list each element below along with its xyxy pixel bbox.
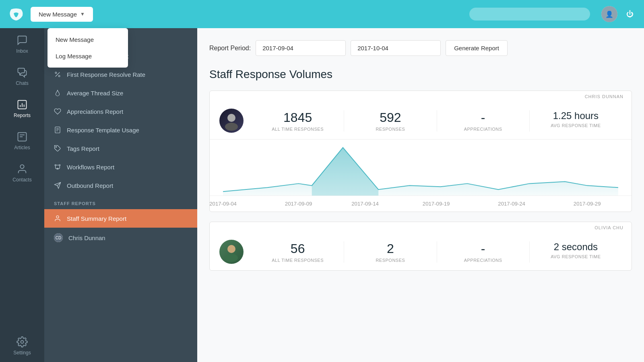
nav-chris-dunnan-label: Chris Dunnan <box>68 234 105 241</box>
chris-chart: 2017-09-04 2017-09-09 2017-09-14 2017-09… <box>210 139 632 212</box>
sidebar-item-contacts[interactable]: Contacts <box>0 157 44 189</box>
nav-appreciations-report[interactable]: Appreciations Report <box>44 102 197 121</box>
olivia-appreciations: - APPRECIATIONS <box>437 241 529 263</box>
chris-dunnan-avatar: CD <box>54 233 63 242</box>
chris-avg-response: 1.25 hours AVG RESPONSE TIME <box>529 110 622 132</box>
power-button[interactable]: ⏻ <box>624 8 636 20</box>
user-avatar[interactable]: 👤 <box>601 6 617 22</box>
sidebar-item-inbox[interactable]: Inbox <box>0 28 44 60</box>
svg-text:2017-09-19: 2017-09-19 <box>423 202 450 207</box>
settings-icon <box>17 336 28 348</box>
search-input[interactable] <box>469 8 590 21</box>
new-message-dropdown: New Message Log Message <box>47 28 128 68</box>
nav-workflows-report[interactable]: Workflows Report <box>44 158 197 176</box>
nav-response-template-label: Response Template Usage <box>67 127 139 134</box>
olivia-avg-response: 2 seconds AVG RESPONSE TIME <box>529 241 622 263</box>
dropdown-item-new-message[interactable]: New Message <box>47 31 128 48</box>
svg-point-15 <box>56 216 59 218</box>
svg-point-25 <box>227 245 235 253</box>
chris-appreciations: - APPRECIATIONS <box>437 110 529 132</box>
reports-label: Reports <box>14 113 31 118</box>
svg-point-11 <box>59 165 60 166</box>
nav-avg-thread-size[interactable]: Average Thread Size <box>44 84 197 102</box>
svg-point-2 <box>21 341 24 343</box>
contacts-label: Contacts <box>12 177 31 183</box>
staff-card-olivia: OLIVIA CHU 56 ALL TIME RESPONSES 2 RESPO… <box>209 222 632 271</box>
svg-point-1 <box>20 165 24 169</box>
nav-workflows-label: Workflows Report <box>67 164 114 171</box>
sidebar-item-settings[interactable]: Settings <box>0 330 44 362</box>
sidebar-item-chats[interactable]: Chats <box>0 60 44 93</box>
nav-staff-summary-label: Staff Summary Report <box>67 215 126 222</box>
svg-point-16 <box>227 114 235 122</box>
olivia-stats: 56 ALL TIME RESPONSES 2 RESPONSES - APPR… <box>252 241 622 263</box>
svg-line-5 <box>56 72 60 77</box>
nav-tags-report-label: Tags Report <box>67 145 99 152</box>
chris-all-time-responses: 1845 ALL TIME RESPONSES <box>252 110 344 132</box>
new-message-label: New Message <box>39 11 77 18</box>
nav-avg-thread-label: Average Thread Size <box>67 90 123 97</box>
olivia-card-header: 56 ALL TIME RESPONSES 2 RESPONSES - APPR… <box>210 230 632 270</box>
sidebar-item-reports[interactable]: Reports <box>0 93 44 125</box>
generate-report-button[interactable]: Generate Report <box>446 40 508 56</box>
svg-point-9 <box>56 146 56 147</box>
nav-response-template-usage[interactable]: Response Template Usage <box>44 121 197 139</box>
inbox-label: Inbox <box>16 48 28 54</box>
nav-first-response[interactable]: First Response Resolve Rate <box>44 65 197 84</box>
svg-point-6 <box>55 72 57 74</box>
articles-label: Articles <box>14 145 30 150</box>
heart-icon <box>54 108 61 115</box>
doc-icon <box>54 126 61 134</box>
chris-responses: 592 RESPONSES <box>344 110 436 132</box>
nav-chris-dunnan[interactable]: CD Chris Dunnan <box>44 228 197 248</box>
new-message-dropdown-wrapper: New Message ▼ New Message Log Message <box>31 7 93 22</box>
chris-card-header: 1845 ALL TIME RESPONSES 592 RESPONSES - … <box>210 99 632 139</box>
nav-staff-summary-report[interactable]: Staff Summary Report <box>44 209 197 228</box>
olivia-all-time-responses: 56 ALL TIME RESPONSES <box>252 241 344 263</box>
new-message-button[interactable]: New Message ▼ <box>31 7 93 22</box>
articles-icon <box>17 131 28 142</box>
nav-first-response-label: First Response Resolve Rate <box>67 71 145 78</box>
svg-text:2017-09-09: 2017-09-09 <box>285 202 312 207</box>
report-period-label: Report Period: <box>209 45 251 52</box>
svg-point-10 <box>55 165 56 166</box>
olivia-name-label: OLIVIA CHU <box>210 222 632 230</box>
settings-label: Settings <box>13 350 31 356</box>
tag-icon <box>54 145 61 152</box>
staff-card-chris: CHRIS DUNNAN 1845 ALL TIME RESPONSES 592… <box>209 90 632 212</box>
svg-text:2017-09-29: 2017-09-29 <box>574 202 601 207</box>
svg-text:2017-09-24: 2017-09-24 <box>498 202 525 207</box>
nav-outbound-label: Outbound Report <box>67 182 113 189</box>
send-icon <box>54 182 61 189</box>
chats-icon <box>17 67 28 78</box>
dropdown-arrow-icon: ▼ <box>80 11 85 17</box>
nav-tags-report[interactable]: Tags Report <box>44 139 197 158</box>
svg-point-26 <box>225 254 238 262</box>
contacts-icon <box>17 163 28 175</box>
sidebar: Inbox Chats Reports Articles Contacts <box>0 0 44 362</box>
workflow-icon <box>54 163 61 171</box>
svg-rect-8 <box>55 127 60 133</box>
chris-stats: 1845 ALL TIME RESPONSES 592 RESPONSES - … <box>252 110 622 132</box>
staff-reports-section-header: STAFF REPORTS <box>44 195 197 209</box>
chat-icon <box>17 35 28 46</box>
date-end-input[interactable] <box>351 40 441 56</box>
section-title: Staff Response Volumes <box>209 68 632 81</box>
chris-name-label: CHRIS DUNNAN <box>210 91 632 99</box>
sidebar-item-articles[interactable]: Articles <box>0 125 44 157</box>
date-start-input[interactable] <box>256 40 346 56</box>
person-icon <box>54 215 61 222</box>
chats-label: Chats <box>16 80 28 86</box>
dropdown-item-log-message[interactable]: Log Message <box>47 48 128 64</box>
svg-point-7 <box>58 75 60 77</box>
reports-icon <box>17 99 28 110</box>
olivia-avatar <box>219 240 244 264</box>
svg-text:2017-09-04: 2017-09-04 <box>210 202 237 207</box>
percent-icon <box>54 71 61 78</box>
main-content: Report Period: Generate Report Staff Res… <box>197 28 644 362</box>
topbar: New Message ▼ New Message Log Message 👤 … <box>0 0 644 28</box>
app-logo <box>8 6 24 22</box>
nav-outbound-report[interactable]: Outbound Report <box>44 176 197 195</box>
olivia-responses: 2 RESPONSES <box>344 241 436 263</box>
svg-point-17 <box>225 123 238 131</box>
